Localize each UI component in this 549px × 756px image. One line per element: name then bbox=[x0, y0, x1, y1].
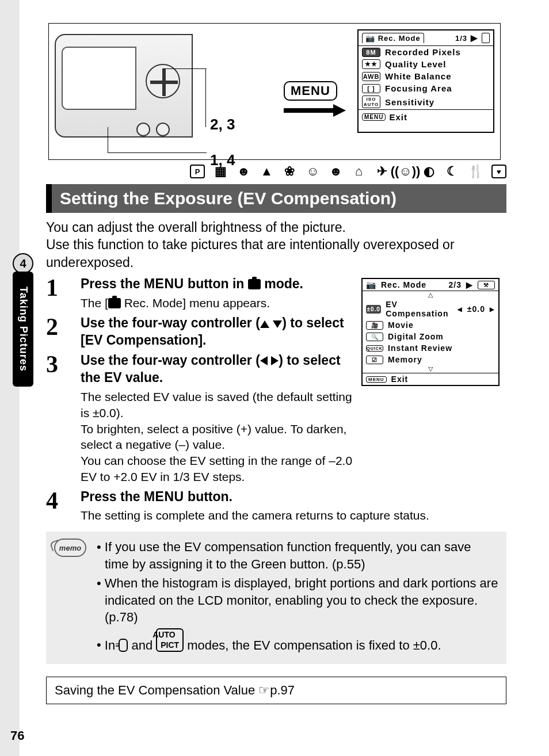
mode-icon: ☾ bbox=[445, 165, 460, 178]
menu-chip-small: MENU bbox=[366, 376, 387, 383]
osd-icon: 8M bbox=[362, 48, 380, 57]
green-mode-icon bbox=[119, 639, 128, 652]
camera-icon bbox=[248, 279, 261, 289]
mode-icon: ☻ bbox=[236, 165, 251, 178]
menu-button-icon bbox=[136, 123, 150, 136]
osd-menu-2: 📷 Rec. Mode 2/3 ▶ ⚒ △ ±0.0 EV Compensati… bbox=[361, 278, 500, 386]
camera-lcd bbox=[62, 47, 136, 110]
chapter-bar: Taking Pictures bbox=[13, 272, 33, 387]
camera-icon bbox=[108, 298, 121, 308]
leader-line bbox=[108, 152, 207, 153]
text: and bbox=[128, 637, 156, 652]
mode-p-icon: P bbox=[190, 165, 205, 178]
page: 4 Taking Pictures 2, 3 1, 4 MENU bbox=[0, 0, 549, 756]
camera-illustration bbox=[55, 34, 193, 138]
step-number: 3 bbox=[46, 352, 69, 484]
mode-heart-icon: ♥ bbox=[491, 165, 506, 178]
triangle-right-icon: ▶ bbox=[490, 306, 495, 312]
osd-label: Sensitivity bbox=[385, 97, 434, 107]
osd-icon: AWB bbox=[362, 72, 380, 81]
text: The [ bbox=[81, 296, 108, 310]
step-1: 1 Press the MENU button in mode. The [ R… bbox=[46, 276, 353, 311]
osd-menu-2-wrap: 📷 Rec. Mode 2/3 ▶ ⚒ △ ±0.0 EV Compensati… bbox=[361, 278, 506, 386]
camera-tab-icon: 📷 bbox=[366, 280, 376, 289]
step-number: 4 bbox=[46, 488, 69, 524]
osd-title: Rec. Mode bbox=[381, 280, 426, 289]
triangle-left-icon: ◀ bbox=[458, 306, 463, 312]
osd-icon: 🎥 bbox=[366, 321, 383, 330]
osd-icon: ★★ bbox=[362, 59, 380, 69]
leader-line bbox=[163, 68, 207, 69]
osd-label: Digital Zoom bbox=[388, 332, 444, 341]
menu-chip: MENU bbox=[284, 81, 337, 101]
arrow-right-icon bbox=[284, 103, 346, 118]
four-way-controller-icon bbox=[146, 64, 180, 98]
osd-title-row: 📷 Rec. Mode 2/3 ▶ ⚒ bbox=[363, 279, 498, 291]
osd-row: ±0.0 EV Compensation ◀ ±0.0 ▶ bbox=[363, 299, 498, 319]
content-area: 2, 3 1, 4 MENU 📷 Rec. Mode 1/3 ▶ 8MRecor… bbox=[46, 23, 506, 704]
triangle-right-icon bbox=[271, 356, 279, 365]
step-title: Press the MENU button. bbox=[81, 488, 506, 506]
step-sub: The setting is complete and the camera r… bbox=[81, 507, 506, 524]
reference-box: Saving the EV Compensation Value ☞p.97 bbox=[46, 677, 506, 704]
osd-row: ☑Memory bbox=[363, 354, 498, 365]
osd-label: Recorded Pixels bbox=[385, 47, 461, 57]
triangle-down-icon bbox=[273, 320, 282, 328]
osd-page: 1/3 bbox=[455, 34, 467, 43]
text: button in bbox=[184, 276, 248, 291]
step-4: 4 Press the MENU button. The setting is … bbox=[46, 488, 506, 524]
chapter-number: 4 bbox=[13, 253, 33, 274]
text: modes, the EV compensation is fixed to ±… bbox=[184, 637, 441, 652]
memo-item: If you use the EV compensation function … bbox=[105, 539, 498, 572]
memo-block: memo If you use the EV compensation func… bbox=[46, 532, 506, 664]
triangle-right-icon: ▶ bbox=[466, 280, 473, 289]
step-title: Use the four-way controller ( ) to selec… bbox=[81, 315, 353, 349]
step-number: 2 bbox=[46, 315, 69, 349]
memo-list: If you use the EV compensation function … bbox=[97, 539, 498, 656]
step-sub: The selected EV value is saved (the defa… bbox=[81, 389, 353, 484]
scroll-up-icon: △ bbox=[363, 291, 498, 299]
step-body: Use the four-way controller ( ) to selec… bbox=[81, 352, 353, 484]
step-sub: The [ Rec. Mode] menu appears. bbox=[81, 295, 353, 311]
svg-marker-1 bbox=[333, 104, 346, 117]
osd-icon: ☑ bbox=[366, 356, 383, 364]
osd-label: Instant Review bbox=[388, 343, 452, 353]
chapter-title: Taking Pictures bbox=[17, 287, 29, 372]
setup-tab-icon bbox=[482, 33, 490, 43]
triangle-up-icon bbox=[260, 320, 269, 328]
ok-button-icon bbox=[156, 123, 170, 136]
auto-pict-icon: AUTOPICT bbox=[156, 628, 184, 652]
setup-tab-icon: ⚒ bbox=[478, 281, 495, 289]
osd-icon: QUICK bbox=[366, 345, 383, 352]
mode-icon: ✈ bbox=[375, 165, 390, 178]
memo-item: When the histogram is displayed, bright … bbox=[105, 575, 498, 625]
osd-row: QUICKInstant Review bbox=[363, 342, 498, 354]
section-title: Setting the Exposure (EV Compensation) bbox=[46, 184, 506, 213]
osd-label: Focusing Area bbox=[385, 83, 452, 93]
leader-line bbox=[205, 68, 206, 127]
menu-chip-small: MENU bbox=[362, 113, 386, 121]
osd-row: ISO AUTOSensitivity bbox=[359, 94, 493, 109]
osd-row: 8MRecorded Pixels bbox=[359, 46, 493, 58]
osd-label: White Balance bbox=[385, 71, 452, 81]
osd-row: 🔍Digital Zoom bbox=[363, 331, 498, 342]
text: Use the four-way controller ( bbox=[81, 315, 260, 330]
osd-row: ★★Quality Level bbox=[359, 58, 493, 70]
triangle-left-icon bbox=[260, 356, 268, 365]
mode-food-icon: 🍴 bbox=[468, 165, 483, 178]
reference-text: Saving the EV Compensation Value bbox=[55, 683, 258, 697]
osd-value: ±0.0 bbox=[467, 304, 485, 314]
osd-exit-row: MENU Exit bbox=[363, 373, 498, 385]
text: Press the bbox=[81, 489, 144, 504]
osd-label: EV Compensation bbox=[386, 300, 453, 318]
step-2: 2 Use the four-way controller ( ) to sel… bbox=[46, 315, 353, 349]
step-body: Press the MENU button. The setting is co… bbox=[81, 488, 506, 524]
memo-icon: memo bbox=[54, 539, 86, 656]
step-number: 1 bbox=[46, 276, 69, 311]
reference-page: p.97 bbox=[270, 683, 295, 697]
osd-label: Movie bbox=[388, 320, 414, 330]
text: button. bbox=[184, 489, 232, 504]
osd-row: AWBWhite Balance bbox=[359, 70, 493, 82]
step-body: Use the four-way controller ( ) to selec… bbox=[81, 315, 353, 349]
scroll-down-icon: ▽ bbox=[363, 365, 498, 373]
